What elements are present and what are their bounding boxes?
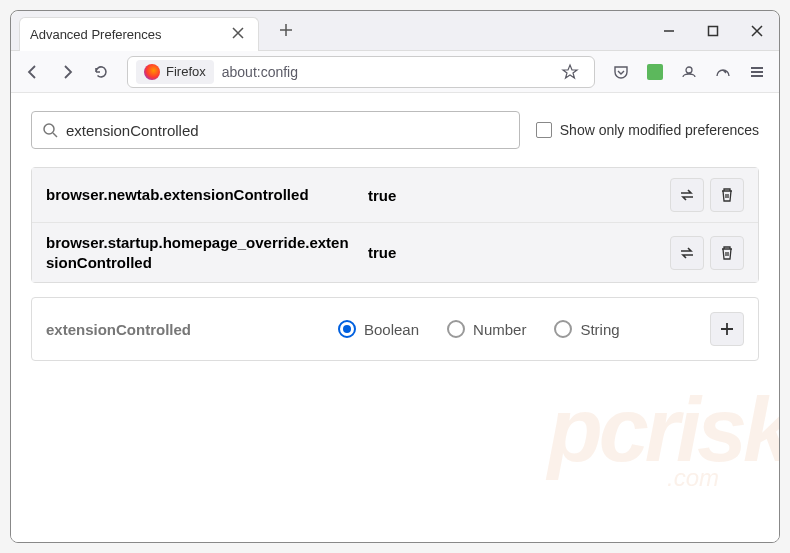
bookmark-button[interactable] — [554, 56, 586, 88]
trash-icon — [719, 245, 735, 261]
speedometer-icon — [714, 63, 732, 81]
radio-label: Boolean — [364, 321, 419, 338]
preference-actions — [670, 178, 744, 212]
browser-window: Advanced Preferences Firefox about:confi… — [10, 10, 780, 543]
maximize-icon — [707, 25, 719, 37]
firefox-icon — [144, 64, 160, 80]
preference-value: true — [368, 187, 658, 204]
plus-icon — [719, 321, 735, 337]
browser-tab[interactable]: Advanced Preferences — [19, 17, 259, 51]
extension-icon — [647, 64, 663, 80]
toggle-icon — [678, 244, 696, 262]
star-icon — [561, 63, 579, 81]
reload-icon — [92, 63, 110, 81]
new-tab-button[interactable] — [271, 15, 301, 46]
preference-row[interactable]: browser.startup.homepage_override.extens… — [32, 222, 758, 282]
svg-rect-0 — [709, 26, 718, 35]
downloads-button[interactable] — [707, 56, 739, 88]
show-modified-checkbox[interactable]: Show only modified preferences — [536, 122, 759, 138]
new-preference-name: extensionControlled — [46, 321, 326, 338]
search-icon — [42, 122, 58, 138]
account-icon — [680, 63, 698, 81]
radio-label: String — [580, 321, 619, 338]
close-icon — [232, 27, 244, 39]
radio-string[interactable]: String — [554, 320, 619, 338]
extension-button[interactable] — [639, 56, 671, 88]
svg-point-1 — [44, 124, 54, 134]
trash-icon — [719, 187, 735, 203]
maximize-button[interactable] — [691, 11, 735, 51]
identity-box[interactable]: Firefox — [136, 60, 214, 84]
radio-label: Number — [473, 321, 526, 338]
plus-icon — [279, 23, 293, 37]
reload-button[interactable] — [85, 56, 117, 88]
type-radio-group: Boolean Number String — [338, 320, 698, 338]
menu-button[interactable] — [741, 56, 773, 88]
search-input[interactable] — [66, 122, 509, 139]
forward-button[interactable] — [51, 56, 83, 88]
checkbox-label: Show only modified preferences — [560, 122, 759, 138]
toolbar-actions — [605, 56, 773, 88]
checkbox-icon — [536, 122, 552, 138]
radio-icon — [338, 320, 356, 338]
identity-label: Firefox — [166, 64, 206, 79]
preference-name: browser.startup.homepage_override.extens… — [46, 233, 356, 272]
preference-name: browser.newtab.extensionControlled — [46, 185, 356, 205]
new-preference-row: extensionControlled Boolean Number Strin… — [31, 297, 759, 361]
radio-boolean[interactable]: Boolean — [338, 320, 419, 338]
page-content: Show only modified preferences browser.n… — [11, 93, 779, 542]
preference-row[interactable]: browser.newtab.extensionControlled true — [32, 168, 758, 222]
delete-button[interactable] — [710, 236, 744, 270]
account-button[interactable] — [673, 56, 705, 88]
delete-button[interactable] — [710, 178, 744, 212]
tab-bar: Advanced Preferences — [11, 11, 779, 51]
preference-list: browser.newtab.extensionControlled true … — [31, 167, 759, 283]
arrow-left-icon — [24, 63, 42, 81]
close-window-button[interactable] — [735, 11, 779, 51]
toggle-icon — [678, 186, 696, 204]
search-row: Show only modified preferences — [31, 111, 759, 149]
minimize-icon — [663, 25, 675, 37]
minimize-button[interactable] — [647, 11, 691, 51]
hamburger-icon — [748, 63, 766, 81]
tab-title: Advanced Preferences — [30, 27, 162, 42]
radio-icon — [554, 320, 572, 338]
pocket-icon — [612, 63, 630, 81]
radio-number[interactable]: Number — [447, 320, 526, 338]
url-text: about:config — [222, 64, 546, 80]
add-button[interactable] — [710, 312, 744, 346]
toggle-button[interactable] — [670, 236, 704, 270]
search-box[interactable] — [31, 111, 520, 149]
preference-value: true — [368, 244, 658, 261]
arrow-right-icon — [58, 63, 76, 81]
pocket-button[interactable] — [605, 56, 637, 88]
radio-icon — [447, 320, 465, 338]
nav-toolbar: Firefox about:config — [11, 51, 779, 93]
url-bar[interactable]: Firefox about:config — [127, 56, 595, 88]
back-button[interactable] — [17, 56, 49, 88]
toggle-button[interactable] — [670, 178, 704, 212]
close-tab-button[interactable] — [228, 23, 248, 45]
window-controls — [647, 11, 779, 51]
preference-actions — [670, 236, 744, 270]
close-icon — [750, 24, 764, 38]
